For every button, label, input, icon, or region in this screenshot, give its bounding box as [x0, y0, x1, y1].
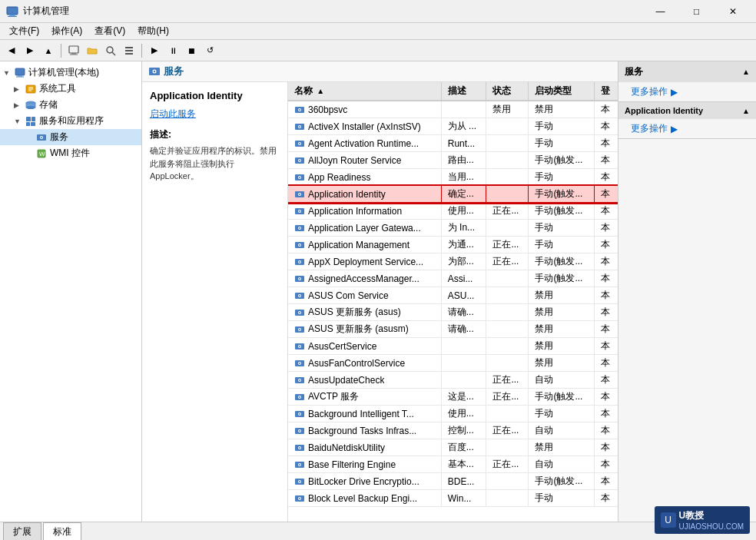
table-row[interactable]: BaiduNetdiskUtility百度...禁用本 — [288, 439, 618, 456]
back-button[interactable]: ◀ — [3, 42, 20, 59]
table-row[interactable]: 360bpsvc禁用禁用本 — [288, 101, 618, 118]
app-icon — [6, 5, 18, 18]
table-row[interactable]: Background Intelligent T...使用...手动本 — [288, 406, 618, 422]
folder-button[interactable] — [84, 42, 101, 59]
table-row[interactable]: ActiveX Installer (AxInstSV)为从 ...手动本 — [288, 118, 618, 135]
service-startup: 手动(触发... — [529, 270, 594, 287]
stop-button[interactable]: ⏹ — [183, 42, 200, 59]
table-row[interactable]: Base Filtering Engine基本...正在...自动本 — [288, 456, 618, 473]
table-row[interactable]: App Readiness当用...手动本 — [288, 169, 618, 186]
service-desc: Assi... — [441, 270, 486, 287]
table-row[interactable]: Application Layer Gatewa...为 In...手动本 — [288, 220, 618, 237]
service-startup: 手动(触发... — [529, 253, 594, 270]
service-status — [486, 406, 529, 422]
service-list: 名称 ▲ 描述 状态 启动类型 — [288, 82, 618, 522]
computer-button[interactable] — [65, 42, 82, 59]
service-login: 本 — [594, 118, 618, 135]
more-actions-app-identity[interactable]: 更多操作 ▶ — [618, 119, 756, 138]
table-row[interactable]: Background Tasks Infras...控制...正在...自动本 — [288, 422, 618, 439]
menu-action[interactable]: 操作(A) — [45, 23, 88, 39]
service-row-icon — [294, 409, 305, 419]
service-login: 本 — [594, 321, 618, 338]
service-status: 正在... — [486, 237, 529, 253]
table-row[interactable]: ASUS 更新服务 (asusm)请确...禁用本 — [288, 321, 618, 338]
svg-point-35 — [299, 109, 300, 111]
search-button[interactable] — [102, 42, 119, 59]
tab-extend[interactable]: 扩展 — [3, 522, 41, 541]
service-startup: 手动 — [529, 220, 594, 237]
table-row[interactable]: AllJoyn Router Service路由...手动(触发...本 — [288, 152, 618, 169]
col-login[interactable]: 登 — [594, 82, 618, 101]
table-row[interactable]: Application Information使用...正在...手动(触发..… — [288, 203, 618, 220]
forward-button[interactable]: ▶ — [22, 42, 38, 59]
table-row[interactable]: Block Level Backup Engi...Win...手动本 — [288, 490, 618, 507]
minimize-button[interactable]: — — [643, 4, 678, 19]
desc-text: 确定并验证应用程序的标识。禁用此服务将阻止强制执行 AppLocker。 — [150, 144, 280, 183]
table-row[interactable]: Application Identity确定...手动(触发...本 — [288, 186, 618, 203]
service-status — [486, 220, 529, 237]
tree-item-tools[interactable]: ▶ 系统工具 — [0, 81, 141, 97]
col-status[interactable]: 状态 — [486, 82, 529, 101]
maximize-button[interactable]: □ — [679, 4, 714, 19]
tree-item-storage[interactable]: ▶ 存储 — [0, 97, 141, 113]
table-row[interactable]: AsusCertService禁用本 — [288, 338, 618, 355]
service-row-icon — [294, 206, 305, 217]
svg-rect-9 — [125, 50, 133, 51]
table-row[interactable]: AppX Deployment Service...为部...正在...手动(触… — [288, 253, 618, 270]
table-row[interactable]: Application Management为通...正在...手动本 — [288, 237, 618, 253]
tree-item-root[interactable]: ▼ 计算机管理(本地) — [0, 65, 141, 81]
svg-point-89 — [299, 413, 300, 415]
right-header-services[interactable]: 服务 ▲ — [618, 61, 756, 82]
service-row-icon — [294, 476, 305, 487]
service-startup: 手动 — [529, 169, 594, 186]
svg-point-47 — [299, 177, 300, 178]
menu-view[interactable]: 查看(V) — [88, 23, 131, 39]
play-button[interactable]: ▶ — [146, 42, 163, 59]
service-status: 正在... — [486, 203, 529, 220]
service-row-icon — [294, 493, 305, 504]
up-button[interactable]: ▲ — [40, 42, 57, 59]
svg-point-44 — [299, 160, 300, 161]
service-startup: 禁用 — [529, 101, 594, 118]
service-startup: 手动 — [529, 406, 594, 422]
svg-rect-12 — [18, 75, 22, 77]
service-login: 本 — [594, 456, 618, 473]
right-panel: 服务 ▲ 更多操作 ▶ Application Identity ▲ 更多操作 … — [618, 61, 756, 522]
tree-item-services[interactable]: 服务 — [0, 129, 141, 145]
window-controls: — □ ✕ — [643, 4, 750, 19]
service-status: 正在... — [486, 372, 529, 389]
tree-item-wmi[interactable]: W WMI 控件 — [0, 145, 141, 161]
svg-rect-8 — [125, 47, 133, 48]
table-row[interactable]: BitLocker Drive Encryptio...BDE...手动(触发.… — [288, 473, 618, 490]
menu-help[interactable]: 帮助(H) — [131, 23, 175, 39]
right-header-app-identity[interactable]: Application Identity ▲ — [618, 102, 756, 119]
tab-standard[interactable]: 标准 — [43, 522, 81, 541]
service-startup: 手动(触发... — [529, 152, 594, 169]
restart-button[interactable]: ↺ — [201, 42, 218, 59]
svg-rect-1 — [9, 15, 15, 16]
col-startup[interactable]: 启动类型 — [529, 82, 594, 101]
collapse-arrow-services: ▲ — [742, 68, 750, 76]
col-name[interactable]: 名称 ▲ — [288, 82, 441, 101]
list-button[interactable] — [121, 42, 138, 59]
svg-point-65 — [299, 278, 300, 280]
table-row[interactable]: AsusFanControlService禁用本 — [288, 355, 618, 372]
more-actions-services[interactable]: 更多操作 ▶ — [618, 82, 756, 101]
close-button[interactable]: ✕ — [715, 4, 750, 19]
computer-icon — [14, 67, 26, 79]
table-row[interactable]: Agent Activation Runtime...Runt...手动本 — [288, 135, 618, 152]
table-row[interactable]: AVCTP 服务这是...正在...手动(触发...本 — [288, 389, 618, 406]
table-row[interactable]: ASUS Com ServiceASU...禁用本 — [288, 287, 618, 304]
menu-file[interactable]: 文件(F) — [3, 23, 45, 39]
service-row-icon — [294, 138, 305, 149]
service-desc: 请确... — [441, 304, 486, 321]
service-startup: 手动(触发... — [529, 186, 594, 203]
apps-icon — [25, 115, 37, 128]
col-desc[interactable]: 描述 — [441, 82, 486, 101]
table-row[interactable]: ASUS 更新服务 (asus)请确...禁用本 — [288, 304, 618, 321]
start-service-link[interactable]: 启动此服务 — [150, 108, 280, 121]
tree-item-services-apps[interactable]: ▼ 服务和应用程序 — [0, 113, 141, 129]
pause-button[interactable]: ⏸ — [164, 42, 181, 59]
table-row[interactable]: AssignedAccessManager...Assi...手动(触发...本 — [288, 270, 618, 287]
table-row[interactable]: AsusUpdateCheck正在...自动本 — [288, 372, 618, 389]
